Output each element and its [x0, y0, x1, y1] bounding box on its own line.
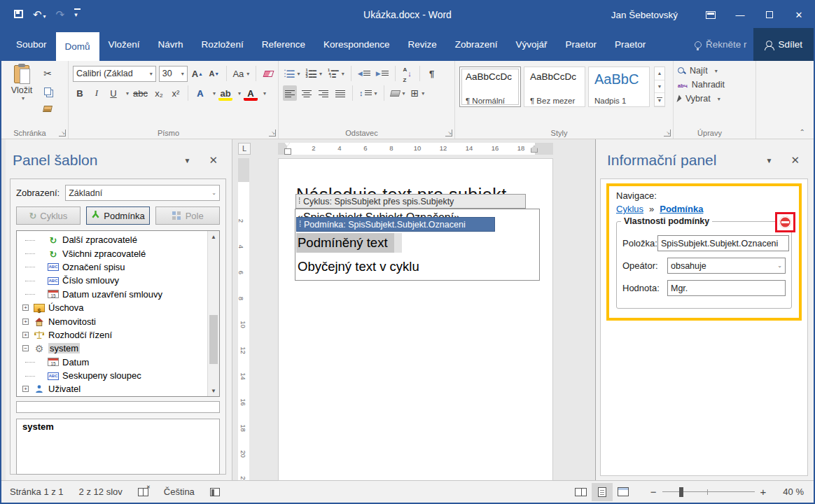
replace-button[interactable]: Nahradit	[678, 78, 753, 92]
conditional-text[interactable]: Podmíněný text	[298, 235, 388, 251]
field-input[interactable]: Mgr. ⌄	[667, 280, 786, 296]
template-panel-menu-icon[interactable]: ▼	[172, 157, 204, 164]
ruler-tab-selector[interactable]: L	[238, 143, 251, 155]
ribbon-tab[interactable]: Praetor	[557, 28, 606, 61]
multilevel-list-button[interactable]: 1 ▬▬ a ▬ i ▬▾	[326, 66, 346, 81]
tell-me-box[interactable]: Řekněte r	[688, 28, 754, 61]
tree-expander-icon[interactable]: +	[22, 318, 29, 325]
styles-dialog-launcher-icon[interactable]: ↘	[664, 130, 671, 136]
tree-item[interactable]: Seskupeny sloupec	[18, 369, 207, 382]
ribbon-tab[interactable]: Zobrazení	[446, 28, 507, 61]
field-input[interactable]: SpisSubjekt.Subjekt.Oznaceni ⌄	[657, 235, 789, 251]
ribbon-tab[interactable]: Soubor	[7, 28, 56, 61]
tree-item[interactable]: + Rozhodčí řízení	[18, 328, 207, 342]
nav-link-cyklus[interactable]: Cyklus	[616, 204, 643, 214]
grow-font-button[interactable]: A▲	[190, 66, 204, 81]
read-mode-button[interactable]	[571, 483, 592, 501]
account-name[interactable]: Jan Šebetovský	[611, 10, 678, 20]
styles-more-icon[interactable]: ▼	[655, 93, 664, 106]
font-dialog-launcher-icon[interactable]: ↘	[269, 130, 276, 136]
show-marks-button[interactable]: ¶	[425, 66, 439, 81]
scroll-down-icon[interactable]: ▼	[208, 385, 219, 396]
customize-qat-icon[interactable]: ▾	[74, 11, 78, 18]
font-size-combo[interactable]: 30▾	[159, 66, 188, 82]
tree-item[interactable]: + Úschova	[18, 301, 207, 314]
template-panel-close-icon[interactable]: ✕	[203, 154, 223, 167]
highlight-color-button[interactable]: ab	[218, 85, 232, 101]
info-panel-menu-icon[interactable]: ▼	[753, 157, 786, 164]
redo-icon[interactable]: ↷	[56, 8, 65, 21]
font-color-button[interactable]: A	[244, 85, 258, 101]
ribbon-tab[interactable]: Vývojář	[507, 28, 557, 61]
collapse-ribbon-icon[interactable]: ⌃	[800, 128, 805, 136]
ribbon-tab[interactable]: Korespondence	[314, 28, 399, 61]
tree-item[interactable]: + Nemovitosti	[18, 314, 207, 328]
tree-expander-icon[interactable]: −	[22, 345, 29, 351]
tree-item[interactable]: + Uživatel	[18, 382, 207, 396]
tree-expander-icon[interactable]: +	[22, 332, 29, 338]
share-button[interactable]: Sdílet	[753, 28, 814, 61]
text-effects-button[interactable]: A	[193, 85, 207, 101]
tree-filter-box[interactable]	[16, 401, 220, 413]
tree-expander-icon[interactable]: +	[22, 304, 29, 311]
format-painter-button[interactable]	[41, 101, 55, 116]
tree-item[interactable]: − system	[18, 342, 207, 355]
shrink-font-button[interactable]: A▼	[207, 66, 221, 81]
document-page[interactable]: Následuje text pro subjekt Cyklus: SpisS…	[278, 158, 553, 480]
zoom-out-icon[interactable]: −	[645, 486, 662, 498]
nav-link-podminka[interactable]: Podmínka	[660, 204, 703, 214]
remove-condition-icon[interactable]	[779, 216, 791, 228]
font-name-combo[interactable]: Calibri (Základ▾	[73, 66, 156, 82]
plain-text[interactable]: Obyčejný text v cyklu	[298, 259, 419, 274]
maximize-button[interactable]	[755, 1, 784, 28]
ribbon-display-options-icon[interactable]	[696, 1, 725, 28]
ribbon-tab[interactable]: Reference	[253, 28, 314, 61]
ribbon-tab[interactable]: Návrh	[149, 28, 193, 61]
ribbon-tab[interactable]: Vložení	[99, 28, 149, 61]
subscript-button[interactable]: x₂	[152, 85, 166, 101]
tree-expander-icon[interactable]: +	[22, 386, 29, 392]
word-count[interactable]: 2 z 12 slov	[79, 486, 123, 497]
italic-button[interactable]: I	[90, 85, 104, 101]
tree-item[interactable]: Číslo smlouvy	[18, 274, 207, 287]
save-icon[interactable]	[14, 8, 23, 21]
change-case-button[interactable]: Aa▾	[232, 66, 251, 81]
ribbon-tab[interactable]: Rozložení	[193, 28, 253, 61]
underline-button[interactable]: U	[106, 85, 120, 101]
tree-item[interactable]: Datum uzavření smlouvy	[18, 288, 207, 301]
web-layout-button[interactable]	[613, 483, 634, 501]
podminka-tag[interactable]: Podmínka: SpisSubjekt.Subjekt.Oznaceni	[296, 217, 495, 232]
print-layout-button[interactable]	[592, 483, 613, 501]
decrease-indent-button[interactable]: ◀	[356, 66, 372, 81]
sort-button[interactable]: ↓	[400, 66, 415, 81]
superscript-button[interactable]: x²	[169, 85, 183, 101]
zoom-slider[interactable]	[662, 487, 755, 497]
zoom-in-icon[interactable]: +	[755, 486, 772, 498]
field-input[interactable]: obsahuje ⌄	[667, 258, 786, 274]
styles-scroll-up-icon[interactable]: ▲	[655, 67, 664, 80]
tree-item[interactable]: Další zpracovatelé	[18, 233, 207, 246]
ribbon-tab[interactable]: Domů	[56, 32, 99, 61]
cyklus-tag[interactable]: Cyklus: SpisSubjekt přes spis.Subjekty	[295, 194, 526, 209]
style-card[interactable]: AaBbCcDc ¶ Normální	[459, 66, 521, 107]
scroll-thumb[interactable]	[209, 315, 218, 364]
page-indicator[interactable]: Stránka 1 z 1	[10, 486, 64, 497]
view-combo[interactable]: Základní⌄	[65, 185, 220, 201]
ribbon-tab[interactable]: Revize	[399, 28, 446, 61]
zoom-level[interactable]: 40 %	[783, 486, 804, 497]
justify-button[interactable]	[333, 85, 347, 101]
style-card[interactable]: AaBbC Nadpis 1	[588, 66, 650, 107]
numbering-button[interactable]: 1 ▬▬ 2 ▬▬ 3 ▬▬▾	[304, 66, 323, 81]
document-heading-clipped[interactable]: Následuje text pro subjekt	[296, 185, 507, 195]
styles-scroll-down-icon[interactable]: ▼	[655, 80, 664, 94]
zoom-slider-thumb[interactable]	[679, 487, 683, 497]
increase-indent-button[interactable]: ▶	[375, 66, 390, 81]
field-code-clipped[interactable]: «SpisSubjekt.Subjekt.Označení»	[297, 211, 460, 217]
proofing-icon[interactable]	[138, 488, 148, 496]
language-indicator[interactable]: Čeština	[164, 486, 195, 497]
align-right-button[interactable]	[316, 85, 330, 101]
strikethrough-button[interactable]: abc	[132, 85, 149, 101]
template-tool-button[interactable]: ↻ Cyklus	[16, 206, 81, 225]
template-tool-button[interactable]: Pole	[155, 206, 220, 225]
borders-button[interactable]: ⊞▾	[410, 85, 426, 101]
